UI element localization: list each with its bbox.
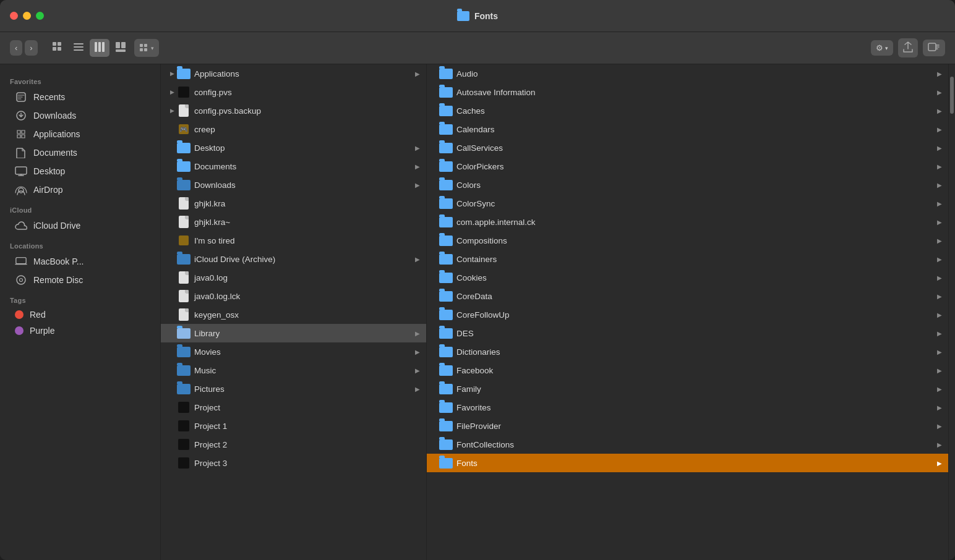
list-item[interactable]: ▶ Downloads ▶ [161,176,426,194]
sidebar-item-applications[interactable]: Applications [5,125,155,143]
title-folder-icon [457,11,469,21]
forward-button[interactable]: › [25,40,37,56]
view-icons-icon [52,44,63,54]
list-item[interactable]: ColorPickers ▶ [427,157,948,176]
svg-rect-4 [74,43,84,45]
sidebar-item-icloud-label: iCloud Drive [33,221,80,231]
list-item[interactable]: com.apple.internal.ck ▶ [427,213,948,231]
list-item[interactable]: CoreFollowUp ▶ [427,305,948,324]
file-pane-1[interactable]: ▶ Applications ▶ ▶ config.pvs ▶ config.p… [161,64,427,560]
scrollbar-track[interactable] [949,64,955,560]
chevron-right-icon: ▶ [937,312,942,318]
list-item[interactable]: ▶ java0.log.lck [161,287,426,305]
sidebar-item-airdrop[interactable]: AirDrop [5,180,155,199]
expand-arrow[interactable]: ▶ [167,69,177,78]
list-item[interactable]: Autosave Information ▶ [427,83,948,101]
list-item[interactable]: Facebook ▶ [427,361,948,380]
file-pane-2[interactable]: Audio ▶ Autosave Information ▶ Caches ▶ … [427,64,949,560]
svg-rect-16 [144,48,147,51]
icloud-icon [15,219,27,232]
list-item[interactable]: DES ▶ [427,324,948,342]
expand-arrow[interactable]: ▶ [167,106,177,116]
list-item[interactable]: ▶ Desktop ▶ [161,138,426,157]
list-item[interactable]: ▶ java0.log [161,268,426,287]
sidebar-item-desktop[interactable]: Desktop [5,162,155,180]
chevron-right-icon: ▶ [937,108,942,114]
list-item-fonts[interactable]: Fonts ▶ [427,454,948,472]
sidebar-item-downloads[interactable]: Downloads [5,106,155,125]
list-item[interactable]: Audio ▶ [427,64,948,83]
view-list-button[interactable] [69,39,88,57]
list-item[interactable]: ▶ ghjkl.kra~ [161,213,426,231]
list-item[interactable]: FileProvider ▶ [427,417,948,435]
chevron-right-icon: ▶ [937,237,942,244]
list-item[interactable]: Dictionaries ▶ [427,342,948,361]
svg-rect-8 [98,42,101,52]
sidebar-item-macbook-label: MacBook P... [33,257,84,266]
list-item[interactable]: ▶ iCloud Drive (Archive) ▶ [161,250,426,268]
list-item[interactable]: ▶ I'm so tired [161,231,426,250]
file-panes: ▶ Applications ▶ ▶ config.pvs ▶ config.p… [161,64,955,560]
sidebar-item-icloud[interactable]: iCloud Drive [5,216,155,235]
list-item[interactable]: ▶ Music ▶ [161,361,426,380]
list-item[interactable]: Favorites ▶ [427,398,948,417]
close-button[interactable] [10,12,18,20]
list-item[interactable]: ▶ Project 3 [161,454,426,472]
list-item[interactable]: CallServices ▶ [427,138,948,157]
list-item[interactable]: Cookies ▶ [427,268,948,287]
list-item[interactable]: ▶ Project 1 [161,417,426,435]
actions-button[interactable]: ⚙ ▾ [871,40,893,56]
sidebar-item-macbook[interactable]: MacBook P... [5,252,155,271]
tag-icon [928,43,940,53]
tag-button[interactable] [923,40,945,56]
chevron-right-icon: ▶ [937,219,942,226]
folder-icon [177,328,191,339]
list-item[interactable]: ▶ config.pvs.backup [161,101,426,120]
main-content: Favorites Recents Downloads Applications [0,64,955,560]
sidebar-item-tag-red[interactable]: Red [5,307,155,323]
list-item[interactable]: CoreData ▶ [427,287,948,305]
list-item[interactable]: FontCollections ▶ [427,435,948,454]
expand-arrow[interactable]: ▶ [167,87,177,97]
folder-icon [439,68,453,79]
sidebar-item-recents[interactable]: Recents [5,88,155,106]
scrollbar-thumb[interactable] [950,77,954,114]
chevron-right-icon: ▶ [415,349,420,355]
view-gallery-button[interactable] [111,39,131,57]
list-item-library[interactable]: ▶ Library ▶ [161,324,426,342]
list-item[interactable]: ▶ keygen_osx [161,305,426,324]
view-columns-button[interactable] [90,39,109,57]
back-button[interactable]: ‹ [10,40,22,56]
sidebar-item-documents[interactable]: Documents [5,143,155,162]
list-item[interactable]: Compositions ▶ [427,231,948,250]
desktop-icon [15,165,27,177]
group-button[interactable]: ▾ [134,39,159,57]
list-item[interactable]: ▶ Project [161,398,426,417]
list-item[interactable]: Containers ▶ [427,250,948,268]
list-item[interactable]: ▶ Applications ▶ [161,64,426,83]
list-item[interactable]: ▶ 🎮 creep [161,120,426,138]
list-item[interactable]: ▶ Documents ▶ [161,157,426,176]
list-item[interactable]: Family ▶ [427,380,948,398]
list-item[interactable]: ColorSync ▶ [427,194,948,213]
list-item[interactable]: Calendars ▶ [427,120,948,138]
share-button[interactable] [898,38,918,57]
view-icons-button[interactable] [48,39,67,57]
creep-icon-area: 🎮 [177,124,191,135]
airdrop-icon [15,184,27,196]
list-item[interactable]: ▶ ghjkl.kra [161,194,426,213]
folder-icon [439,105,453,116]
folder-icon [439,272,453,283]
view-buttons: ▾ [48,39,159,57]
sidebar-item-remote-disc[interactable]: Remote Disc [5,271,155,289]
list-item[interactable]: Caches ▶ [427,101,948,120]
sidebar-item-tag-purple[interactable]: Purple [5,323,155,339]
list-item[interactable]: ▶ Movies ▶ [161,342,426,361]
list-item[interactable]: ▶ config.pvs [161,83,426,101]
chevron-right-icon: ▶ [937,274,942,281]
list-item[interactable]: ▶ Pictures ▶ [161,380,426,398]
list-item[interactable]: ▶ Project 2 [161,435,426,454]
maximize-button[interactable] [36,12,44,20]
minimize-button[interactable] [23,12,31,20]
list-item[interactable]: Colors ▶ [427,176,948,194]
